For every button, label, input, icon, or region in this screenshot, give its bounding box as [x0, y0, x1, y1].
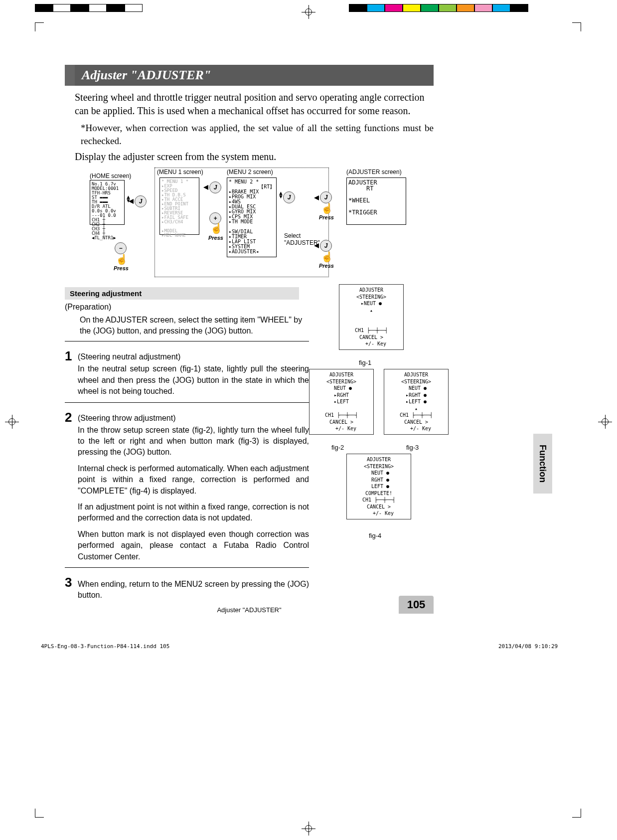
hand-icon: ☝ — [321, 202, 333, 214]
page-number: 105 — [399, 596, 434, 614]
home-label: (HOME screen) — [90, 172, 131, 179]
display-instruction: Display the adjuster screen from the sys… — [75, 151, 434, 163]
corner-mark — [572, 22, 581, 31]
divider — [65, 402, 309, 403]
jog-icon: J — [320, 240, 332, 252]
step-body-2a: In the throw setup screen state (fig-2),… — [78, 425, 309, 458]
crosshair-icon — [302, 5, 315, 19]
home-screen: No.1 6.7vMODEL:0001TFH-HRSST ▬▬▬TH ▬▬▬D/… — [90, 180, 125, 225]
press-label: Press — [319, 214, 334, 220]
corner-mark — [572, 809, 581, 818]
file-meta: 4PLS-Eng-08-3-Function-P84-114.indd 105 — [41, 643, 169, 650]
fig1-label: fig-1 — [359, 359, 371, 366]
press-label: Press — [319, 263, 334, 269]
date-meta: 2013/04/08 9:10:29 — [498, 643, 558, 650]
prep-text: On the ADJUSTER screen, select the setti… — [80, 315, 304, 336]
menu2-screen: * MENU 2 * 【RT】 ▸BRAKE MIX ▸PROG MIX ▸4W… — [227, 177, 277, 257]
corner-mark — [35, 809, 44, 818]
corner-mark — [35, 22, 44, 31]
nav-diagram: (HOME screen) No.1 6.7vMODEL:0001TFH-HRS… — [75, 168, 424, 277]
note-text: *However, when correction was applied, t… — [81, 122, 434, 147]
page-footer: Adjuster "ADJUSTER" 105 — [65, 596, 434, 614]
step-num-1: 1 — [65, 348, 78, 364]
crosshair-icon — [598, 415, 612, 429]
jog-icon: J — [135, 195, 147, 207]
intro-text: Steering wheel and throttle trigger neut… — [75, 91, 434, 118]
step-num-2: 2 — [65, 410, 78, 425]
step-body-2c: If an adjustment point is not within a f… — [78, 502, 309, 524]
menu1-screen: * MENU 1 * ▸EXP ▸SPEED ▸TH D.B.S ▸TH ACC… — [159, 177, 199, 235]
hand-icon: ☝ — [116, 253, 128, 265]
updown-icon: ▲▼ — [126, 195, 131, 202]
footer-title: Adjuster "ADJUSTER" — [100, 606, 399, 614]
step-body-2b: Internal check is performed automaticall… — [78, 463, 309, 497]
crosshair-icon — [5, 415, 19, 429]
press-label: Press — [208, 235, 223, 241]
jog-icon: J — [320, 191, 332, 203]
adjuster-label: (ADJUSTER screen) — [346, 168, 402, 175]
fig4-label: fig-4 — [369, 532, 381, 539]
arrow-left-icon — [203, 185, 208, 190]
menu1-label: (MENU 1 screen) — [157, 168, 203, 175]
adjuster-screen: ADJUSTER RT *WHEEL *TRIGGER — [346, 177, 406, 225]
section-header: Steering adjustment — [65, 287, 299, 300]
color-bar-bw — [35, 4, 143, 12]
fig3-label: fig-3 — [406, 444, 419, 451]
color-bar-color — [349, 4, 528, 12]
step-body-1: In the neutral setup screen (fig-1) stat… — [78, 363, 309, 397]
step-body-2d: When button mark is not displayed even t… — [78, 529, 309, 562]
divider — [65, 341, 309, 341]
arrow-left-icon — [314, 243, 319, 248]
page-title: Adjuster "ADJUSTER" — [65, 65, 434, 86]
lcd-fig4: ADJUSTER <STEERING> NEUT ● RGHT ● LEFT ●… — [346, 454, 411, 519]
hand-icon: ☝ — [321, 251, 333, 263]
crosshair-icon — [302, 822, 315, 836]
lcd-fig1: ADJUSTER <STEERING> ▸NEUT ● ▴ CH1 ├──┼──… — [339, 284, 404, 350]
minus-icon: − — [115, 242, 127, 254]
lcd-fig3: ADJUSTER <STEERING> NEUT ● ▸RGHT ● ▸LEFT… — [384, 369, 449, 435]
menu2-label: (MENU 2 screen) — [227, 168, 273, 175]
lcd-fig2: ADJUSTER <STEERING> NEUT ● ▸RGHT ▸LEFT C… — [309, 369, 374, 435]
divider — [65, 567, 309, 568]
hand-icon: ☝ — [210, 222, 223, 234]
fig2-label: fig-2 — [331, 444, 344, 451]
arrow-left-icon — [314, 195, 319, 200]
step-num-3: 3 — [65, 575, 78, 590]
press-label: Press — [114, 265, 129, 271]
step-title-1: (Steering neutral adjustment) — [78, 348, 309, 361]
side-tab-function: Function — [533, 434, 552, 494]
step-title-2: (Steering throw adjustment) — [78, 410, 309, 423]
